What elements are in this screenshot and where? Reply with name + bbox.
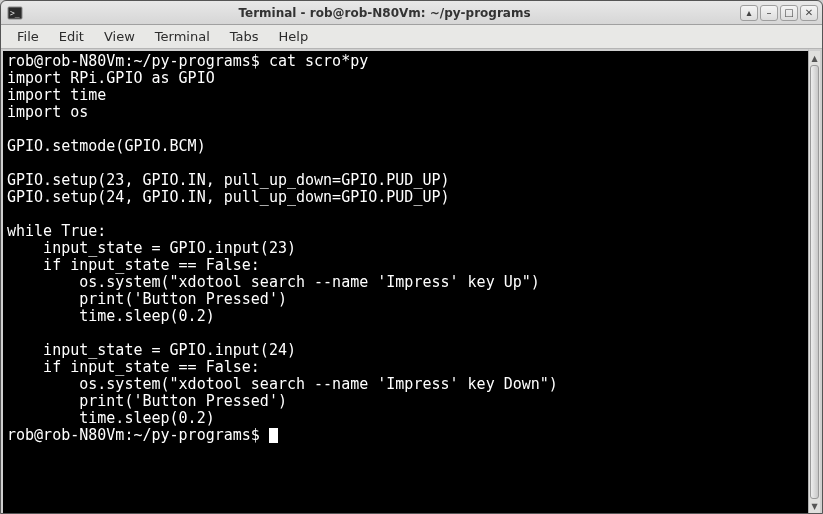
output-line: if input_state == False: — [7, 256, 260, 274]
menu-file[interactable]: File — [7, 27, 49, 46]
menu-terminal[interactable]: Terminal — [145, 27, 220, 46]
window-title: Terminal - rob@rob-N80Vm: ~/py-programs — [29, 6, 740, 20]
window-stick-button[interactable]: ▴ — [740, 5, 758, 21]
command: cat scro*py — [269, 52, 368, 70]
terminal-app-icon: >_ — [7, 5, 23, 21]
output-line: import RPi.GPIO as GPIO — [7, 69, 215, 87]
output-line: if input_state == False: — [7, 358, 260, 376]
window-maximize-button[interactable]: □ — [780, 5, 798, 21]
scrollbar-thumb[interactable] — [810, 65, 819, 499]
output-line: input_state = GPIO.input(23) — [7, 239, 296, 257]
output-line: GPIO.setup(23, GPIO.IN, pull_up_down=GPI… — [7, 171, 450, 189]
terminal-area: rob@rob-N80Vm:~/py-programs$ cat scro*py… — [1, 49, 822, 514]
output-line: time.sleep(0.2) — [7, 409, 215, 427]
vertical-scrollbar[interactable]: ▲ ▼ — [808, 49, 822, 514]
prompt: rob@rob-N80Vm:~/py-programs$ — [7, 426, 269, 444]
window-titlebar: >_ Terminal - rob@rob-N80Vm: ~/py-progra… — [1, 1, 822, 25]
menu-view[interactable]: View — [94, 27, 145, 46]
output-line: print('Button Pressed') — [7, 392, 287, 410]
window-close-button[interactable]: ✕ — [800, 5, 818, 21]
output-line: GPIO.setmode(GPIO.BCM) — [7, 137, 206, 155]
menubar: File Edit View Terminal Tabs Help — [1, 25, 822, 49]
output-line: import os — [7, 103, 88, 121]
output-line: time.sleep(0.2) — [7, 307, 215, 325]
output-line: input_state = GPIO.input(24) — [7, 341, 296, 359]
window-controls: ▴ – □ ✕ — [740, 5, 818, 21]
output-line: while True: — [7, 222, 106, 240]
menu-help[interactable]: Help — [269, 27, 319, 46]
output-line: os.system("xdotool search --name 'Impres… — [7, 375, 558, 393]
output-line: print('Button Pressed') — [7, 290, 287, 308]
cursor-block — [269, 428, 278, 443]
prompt: rob@rob-N80Vm:~/py-programs$ — [7, 52, 269, 70]
output-line: os.system("xdotool search --name 'Impres… — [7, 273, 540, 291]
menu-edit[interactable]: Edit — [49, 27, 94, 46]
window-minimize-button[interactable]: – — [760, 5, 778, 21]
scroll-up-icon[interactable]: ▲ — [809, 51, 820, 65]
menu-tabs[interactable]: Tabs — [220, 27, 269, 46]
scroll-down-icon[interactable]: ▼ — [809, 499, 820, 513]
terminal-content[interactable]: rob@rob-N80Vm:~/py-programs$ cat scro*py… — [1, 49, 808, 514]
output-line: GPIO.setup(24, GPIO.IN, pull_up_down=GPI… — [7, 188, 450, 206]
svg-text:>_: >_ — [10, 9, 20, 18]
output-line: import time — [7, 86, 106, 104]
